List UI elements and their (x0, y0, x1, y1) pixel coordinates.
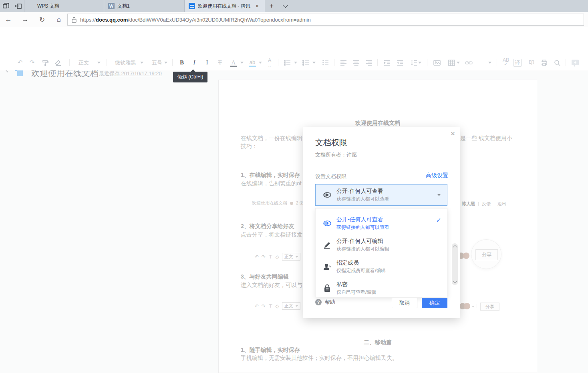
close-icon[interactable]: × (451, 130, 455, 137)
ordered-list-button[interactable] (282, 58, 292, 67)
scroll-down-icon[interactable] (453, 279, 457, 283)
tab-bar: WPS 文档 W 文档1 欢迎使用在线文档 - 腾讯 × + (0, 0, 588, 12)
horizontal-rule-button[interactable]: — (476, 58, 486, 67)
lock-icon (323, 284, 332, 293)
eye-icon (323, 191, 332, 199)
scroll-up-icon[interactable] (453, 245, 457, 249)
option-desc: 仅指定成员可查看/编辑 (336, 267, 386, 274)
option-public-edit[interactable]: 公开-任何人可编辑 获得链接的人都可以编辑 (316, 234, 447, 256)
url-text: https://docs.qq.com/doc/BdiWWV0aExUD34Oy… (80, 17, 311, 23)
tab-list-chevron-icon[interactable] (278, 0, 292, 12)
option-title: 公开-任何人可编辑 (336, 238, 389, 245)
line-spacing-button[interactable] (409, 58, 419, 67)
selected-permission-desc: 获得链接的人都可以查看 (336, 196, 389, 203)
dropdown-scrollbar[interactable] (452, 243, 458, 285)
align-center-button[interactable] (351, 58, 361, 67)
permission-select[interactable]: 公开-任何人可查看 获得链接的人都可以查看 (315, 184, 447, 206)
tab-wps[interactable]: WPS 文档 (24, 0, 104, 12)
translate-button[interactable]: 译 (513, 59, 522, 67)
align-right-button[interactable] (364, 58, 374, 67)
tencent-docs-favicon (189, 3, 195, 9)
set-tabs-aside-icon[interactable] (12, 0, 24, 12)
format-toolbar: ↶ ↷ 正文 微软雅黑 五号 B I I T A ab A↔ (0, 54, 588, 70)
paragraph-style-select[interactable]: 正文 (79, 59, 89, 66)
confirm-button[interactable]: 确定 (422, 298, 447, 308)
tab-title: 文档1 (117, 3, 173, 10)
dropdown-caret-icon[interactable] (312, 62, 316, 64)
close-tab-icon[interactable]: × (256, 3, 259, 9)
option-desc: 获得链接的人都可以编辑 (336, 246, 389, 253)
refresh-button[interactable]: ↻ (34, 16, 50, 24)
wps-doc-icon: W (108, 3, 115, 9)
last-saved-link[interactable]: 最近保存 2017/10/17 19:20 (99, 70, 162, 77)
undo-icon[interactable]: ↶ (15, 58, 25, 67)
dropdown-caret-icon[interactable] (457, 62, 460, 64)
dropdown-caret-icon[interactable] (97, 62, 101, 64)
permission-dropdown: 公开-任何人可查看 获得链接的人都可以查看 ✓ 公开-任何人可编辑 获得链接的人… (315, 208, 447, 297)
url-field[interactable]: https://docs.qq.com/doc/BdiWWV0aExUD34Oy… (67, 14, 584, 26)
eraser-icon[interactable] (53, 58, 63, 67)
tab-preview-icon[interactable] (0, 0, 12, 12)
dialog-title: 文档权限 (315, 137, 347, 148)
forward-button[interactable]: → (17, 16, 34, 24)
indent-decrease-button[interactable] (395, 58, 405, 67)
help-link[interactable]: ? 帮助 (315, 299, 335, 306)
comment-button[interactable] (570, 58, 580, 67)
char-spacing-button[interactable]: A↔ (264, 58, 275, 67)
insert-image-button[interactable] (432, 58, 442, 67)
font-color-button[interactable]: A (228, 58, 239, 67)
back-button[interactable]: ← (0, 16, 17, 24)
dropdown-caret-icon[interactable] (164, 62, 167, 64)
doc-heading: 欢迎使用在线文档 (219, 120, 537, 127)
member-icon (323, 262, 332, 271)
print-button[interactable] (539, 58, 549, 67)
checklist-button[interactable] (320, 58, 330, 67)
highlight-color-button[interactable]: ab (247, 58, 258, 67)
redo-icon[interactable]: ↷ (27, 58, 37, 67)
address-bar: ← → ↻ ⌂ https://docs.qq.com/doc/BdiWWV0a… (0, 12, 588, 28)
option-private[interactable]: 私密 仅自己可查看/编辑 (316, 277, 447, 299)
option-public-view[interactable]: 公开-任何人可查看 获得链接的人都可以查看 ✓ (316, 213, 447, 234)
tab-doc1[interactable]: W 文档1 (104, 0, 184, 12)
check-icon: ✓ (436, 217, 441, 224)
seal-button[interactable]: 印 (526, 58, 537, 67)
tab-tencent-docs[interactable]: 欢迎使用在线文档 - 腾讯 × (185, 0, 265, 12)
dropdown-caret-icon[interactable] (418, 62, 421, 64)
dropdown-caret-icon[interactable] (488, 62, 491, 64)
italic-button[interactable]: I (189, 58, 199, 67)
home-button[interactable]: ⌂ (50, 16, 67, 24)
new-tab-button[interactable]: + (265, 0, 278, 12)
dropdown-caret-icon[interactable] (240, 62, 244, 64)
dropdown-caret-icon[interactable] (294, 62, 297, 64)
indent-increase-button[interactable] (382, 58, 392, 67)
dropdown-caret-icon[interactable] (140, 62, 143, 64)
embedded-mini-toolbar: ↶↷ ⊤◇ 正文 (255, 302, 300, 310)
option-title: 指定成员 (336, 259, 386, 267)
strikethrough-button[interactable]: T (215, 58, 225, 67)
bold-button[interactable]: B (177, 58, 187, 67)
dropdown-caret-icon[interactable] (259, 62, 262, 64)
advanced-settings-link[interactable]: 高级设置 (426, 172, 448, 179)
font-size-select[interactable]: 五号 (152, 59, 162, 66)
insert-table-button[interactable] (446, 58, 457, 67)
bullet-list-button[interactable] (300, 58, 311, 67)
pencil-icon (323, 241, 332, 249)
doc-text: 在线文档，一份在线编辑 (241, 135, 302, 142)
underline-button[interactable]: I (202, 58, 212, 67)
insert-link-button[interactable] (463, 58, 474, 67)
option-members[interactable]: 指定成员 仅指定成员可查看/编辑 (316, 256, 447, 277)
spellcheck-button[interactable]: AB✓ (501, 58, 511, 67)
option-title: 公开-任何人可查看 (336, 216, 389, 223)
format-painter-icon[interactable] (40, 58, 50, 67)
embedded-user-bar: 陈大黑 反馈 退出 (462, 201, 506, 207)
cancel-button[interactable]: 取消 (392, 298, 417, 308)
search-icon[interactable] (552, 58, 562, 67)
doc-text: 进入文档的好友，可以与 (241, 282, 302, 289)
help-label: 帮助 (325, 299, 335, 306)
font-family-select[interactable]: 微软雅黑 (115, 59, 136, 66)
lock-icon (72, 17, 77, 23)
dropdown-caret-icon (437, 194, 441, 196)
italic-tooltip: 倾斜 (Ctrl+I) (173, 72, 207, 82)
doc-section-title: 3、与好友共同编辑 (241, 273, 289, 281)
align-left-button[interactable] (338, 58, 348, 67)
